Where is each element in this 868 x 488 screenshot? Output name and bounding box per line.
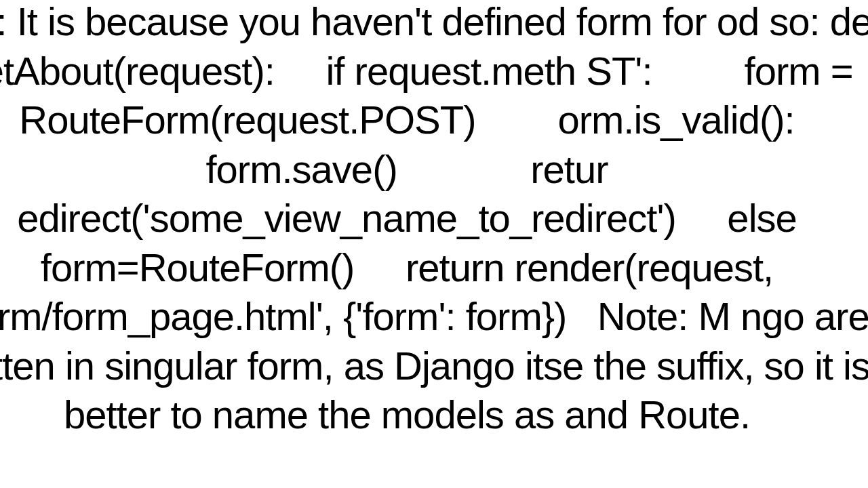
answer-text-block: er 1: It is because you haven't defined … <box>0 0 868 440</box>
